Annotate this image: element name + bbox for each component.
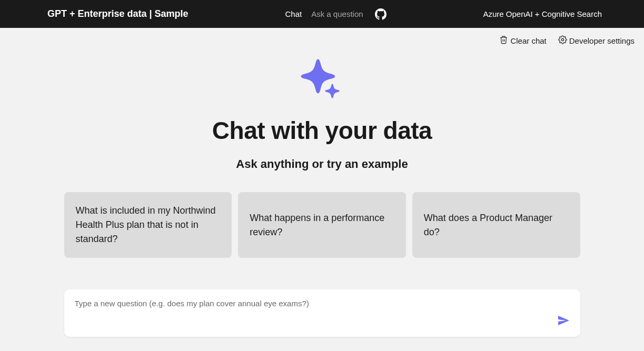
send-icon [557,320,570,328]
github-icon[interactable] [375,8,387,20]
page-subtitle: Ask anything or try an example [236,157,408,171]
trash-icon [499,35,508,46]
send-button[interactable] [557,314,570,329]
app-title: GPT + Enterprise data | Sample [47,8,189,19]
app-header: GPT + Enterprise data | Sample Chat Ask … [0,0,644,28]
page-title: Chat with your data [212,116,432,145]
clear-chat-button[interactable]: Clear chat [499,35,546,46]
developer-settings-label: Developer settings [569,36,635,45]
chat-input[interactable] [75,297,557,308]
toolbar: Clear chat Developer settings [0,28,644,46]
developer-settings-button[interactable]: Developer settings [558,35,635,46]
chat-input-container [64,289,580,337]
nav-chat[interactable]: Chat [285,9,302,18]
header-nav: Chat Ask a question [189,8,483,20]
sparkle-icon [299,57,346,105]
clear-chat-label: Clear chat [510,36,546,45]
nav-ask-question[interactable]: Ask a question [311,9,363,18]
example-card-2[interactable]: What happens in a performance review? [238,192,406,258]
example-card-3[interactable]: What does a Product Manager do? [412,192,580,258]
gear-icon [558,35,567,46]
header-right-text: Azure OpenAI + Cognitive Search [483,9,633,18]
example-card-1[interactable]: What is included in my Northwind Health … [64,192,232,258]
svg-point-0 [561,38,563,41]
example-cards: What is included in my Northwind Health … [64,192,580,258]
main-content: Chat with your data Ask anything or try … [0,46,644,337]
